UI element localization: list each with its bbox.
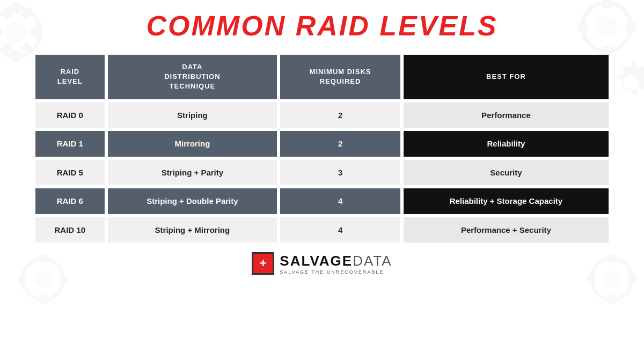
table-row: RAID 5Striping + Parity3Security bbox=[35, 160, 609, 186]
header-data-dist: DATADISTRIBUTIONTECHNIQUE bbox=[108, 55, 277, 99]
best-for-cell: Performance + Security bbox=[404, 217, 609, 243]
table-row: RAID 1Mirroring2Reliability bbox=[35, 131, 609, 157]
raid-cell: RAID 0 bbox=[35, 102, 105, 128]
table-row: RAID 0Striping2Performance bbox=[35, 102, 609, 128]
table-header-row: RAIDLEVEL DATADISTRIBUTIONTECHNIQUE MINI… bbox=[35, 55, 609, 99]
logo-text-wrapper: SALVAGEDATA SALVAGE THE UNRECOVERABLE bbox=[280, 253, 392, 275]
disks-cell: 4 bbox=[280, 217, 400, 243]
disks-cell: 3 bbox=[280, 160, 400, 186]
raid-table: RAIDLEVEL DATADISTRIBUTIONTECHNIQUE MINI… bbox=[32, 52, 612, 246]
table-wrapper: RAIDLEVEL DATADISTRIBUTIONTECHNIQUE MINI… bbox=[32, 52, 612, 246]
best-for-cell: Security bbox=[404, 160, 609, 186]
raid-cell: RAID 5 bbox=[35, 160, 105, 186]
table-row: RAID 6Striping + Double Parity4Reliabili… bbox=[35, 188, 609, 214]
best-for-cell: Performance bbox=[404, 102, 609, 128]
disks-cell: 4 bbox=[280, 188, 400, 214]
logo-bold: SALVAGE bbox=[280, 253, 353, 269]
technique-cell: Striping + Double Parity bbox=[108, 188, 277, 214]
raid-cell: RAID 10 bbox=[35, 217, 105, 243]
best-for-cell: Reliability + Storage Capacity bbox=[404, 188, 609, 214]
logo-area: + SALVAGEDATA SALVAGE THE UNRECOVERABLE bbox=[252, 252, 392, 275]
disks-cell: 2 bbox=[280, 131, 400, 157]
header-min-disks: MINIMUM DISKSREQUIRED bbox=[280, 55, 400, 99]
logo-tagline: SALVAGE THE UNRECOVERABLE bbox=[280, 269, 392, 275]
logo-plus: + bbox=[260, 257, 267, 270]
table-body: RAID 0Striping2PerformanceRAID 1Mirrorin… bbox=[35, 102, 609, 243]
logo-name: SALVAGEDATA bbox=[280, 253, 392, 269]
technique-cell: Striping + Parity bbox=[108, 160, 277, 186]
raid-cell: RAID 1 bbox=[35, 131, 105, 157]
technique-cell: Striping + Mirroring bbox=[108, 217, 277, 243]
page-title: Common Raid Levels bbox=[147, 10, 498, 42]
technique-cell: Striping bbox=[108, 102, 277, 128]
disks-cell: 2 bbox=[280, 102, 400, 128]
header-raid-level: RAIDLEVEL bbox=[35, 55, 105, 99]
header-best-for: BEST FOR bbox=[404, 55, 609, 99]
raid-cell: RAID 6 bbox=[35, 188, 105, 214]
best-for-cell: Reliability bbox=[404, 131, 609, 157]
table-row: RAID 10Striping + Mirroring4Performance … bbox=[35, 217, 609, 243]
technique-cell: Mirroring bbox=[108, 131, 277, 157]
logo-regular: DATA bbox=[353, 253, 392, 269]
logo-icon: + bbox=[252, 252, 274, 275]
main-container: Common Raid Levels RAIDLEVEL DATADISTRIB… bbox=[0, 0, 644, 337]
